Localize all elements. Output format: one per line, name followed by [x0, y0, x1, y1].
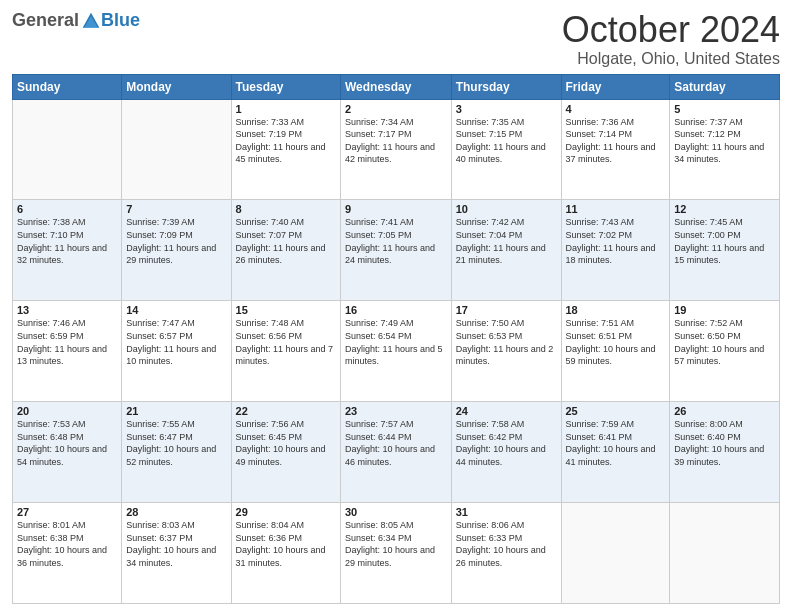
daylight-text: Daylight: 11 hours and 21 minutes.: [456, 243, 546, 266]
daylight-text: Daylight: 10 hours and 26 minutes.: [456, 545, 546, 568]
day-info: Sunrise: 7:35 AMSunset: 7:15 PMDaylight:…: [456, 116, 557, 166]
day-number: 9: [345, 203, 447, 215]
calendar-cell: [122, 99, 231, 200]
sunset-text: Sunset: 7:12 PM: [674, 129, 741, 139]
calendar: SundayMondayTuesdayWednesdayThursdayFrid…: [12, 74, 780, 604]
sunrise-text: Sunrise: 7:34 AM: [345, 117, 414, 127]
day-info: Sunrise: 7:39 AMSunset: 7:09 PMDaylight:…: [126, 216, 226, 266]
day-info: Sunrise: 8:03 AMSunset: 6:37 PMDaylight:…: [126, 519, 226, 569]
sunset-text: Sunset: 7:00 PM: [674, 230, 741, 240]
sunrise-text: Sunrise: 7:41 AM: [345, 217, 414, 227]
day-number: 25: [566, 405, 666, 417]
sunrise-text: Sunrise: 7:52 AM: [674, 318, 743, 328]
calendar-cell: 9Sunrise: 7:41 AMSunset: 7:05 PMDaylight…: [341, 200, 452, 301]
sunrise-text: Sunrise: 7:59 AM: [566, 419, 635, 429]
sunset-text: Sunset: 6:33 PM: [456, 533, 523, 543]
sunrise-text: Sunrise: 7:43 AM: [566, 217, 635, 227]
day-number: 19: [674, 304, 775, 316]
sunrise-text: Sunrise: 7:51 AM: [566, 318, 635, 328]
sunset-text: Sunset: 6:40 PM: [674, 432, 741, 442]
sunset-text: Sunset: 6:41 PM: [566, 432, 633, 442]
sunset-text: Sunset: 6:54 PM: [345, 331, 412, 341]
sunset-text: Sunset: 7:19 PM: [236, 129, 303, 139]
calendar-cell: 13Sunrise: 7:46 AMSunset: 6:59 PMDayligh…: [13, 301, 122, 402]
title-area: October 2024 Holgate, Ohio, United State…: [562, 10, 780, 68]
logo-area: General Blue: [12, 10, 140, 31]
sunset-text: Sunset: 7:07 PM: [236, 230, 303, 240]
sunset-text: Sunset: 6:51 PM: [566, 331, 633, 341]
day-number: 23: [345, 405, 447, 417]
day-info: Sunrise: 7:48 AMSunset: 6:56 PMDaylight:…: [236, 317, 336, 367]
daylight-text: Daylight: 11 hours and 42 minutes.: [345, 142, 435, 165]
sunrise-text: Sunrise: 7:56 AM: [236, 419, 305, 429]
day-number: 21: [126, 405, 226, 417]
daylight-text: Daylight: 10 hours and 57 minutes.: [674, 344, 764, 367]
day-info: Sunrise: 7:37 AMSunset: 7:12 PMDaylight:…: [674, 116, 775, 166]
sunrise-text: Sunrise: 7:58 AM: [456, 419, 525, 429]
day-number: 17: [456, 304, 557, 316]
calendar-header-monday: Monday: [122, 74, 231, 99]
day-info: Sunrise: 7:55 AMSunset: 6:47 PMDaylight:…: [126, 418, 226, 468]
day-number: 3: [456, 103, 557, 115]
daylight-text: Daylight: 10 hours and 59 minutes.: [566, 344, 656, 367]
sunrise-text: Sunrise: 7:57 AM: [345, 419, 414, 429]
daylight-text: Daylight: 10 hours and 49 minutes.: [236, 444, 326, 467]
calendar-cell: 10Sunrise: 7:42 AMSunset: 7:04 PMDayligh…: [451, 200, 561, 301]
day-number: 22: [236, 405, 336, 417]
day-number: 27: [17, 506, 117, 518]
day-info: Sunrise: 8:06 AMSunset: 6:33 PMDaylight:…: [456, 519, 557, 569]
day-number: 10: [456, 203, 557, 215]
daylight-text: Daylight: 11 hours and 5 minutes.: [345, 344, 443, 367]
day-number: 1: [236, 103, 336, 115]
day-number: 20: [17, 405, 117, 417]
calendar-cell: 23Sunrise: 7:57 AMSunset: 6:44 PMDayligh…: [341, 402, 452, 503]
daylight-text: Daylight: 11 hours and 45 minutes.: [236, 142, 326, 165]
sunrise-text: Sunrise: 8:00 AM: [674, 419, 743, 429]
calendar-cell: 16Sunrise: 7:49 AMSunset: 6:54 PMDayligh…: [341, 301, 452, 402]
daylight-text: Daylight: 11 hours and 13 minutes.: [17, 344, 107, 367]
calendar-header-thursday: Thursday: [451, 74, 561, 99]
sunset-text: Sunset: 6:38 PM: [17, 533, 84, 543]
daylight-text: Daylight: 11 hours and 29 minutes.: [126, 243, 216, 266]
daylight-text: Daylight: 11 hours and 40 minutes.: [456, 142, 546, 165]
sunset-text: Sunset: 6:37 PM: [126, 533, 193, 543]
month-title: October 2024: [562, 10, 780, 50]
day-number: 18: [566, 304, 666, 316]
calendar-week-row: 27Sunrise: 8:01 AMSunset: 6:38 PMDayligh…: [13, 503, 780, 604]
calendar-week-row: 20Sunrise: 7:53 AMSunset: 6:48 PMDayligh…: [13, 402, 780, 503]
day-number: 16: [345, 304, 447, 316]
sunset-text: Sunset: 7:10 PM: [17, 230, 84, 240]
calendar-cell: 21Sunrise: 7:55 AMSunset: 6:47 PMDayligh…: [122, 402, 231, 503]
logo: General Blue: [12, 10, 140, 31]
day-number: 24: [456, 405, 557, 417]
day-info: Sunrise: 7:41 AMSunset: 7:05 PMDaylight:…: [345, 216, 447, 266]
sunset-text: Sunset: 6:36 PM: [236, 533, 303, 543]
calendar-cell: 20Sunrise: 7:53 AMSunset: 6:48 PMDayligh…: [13, 402, 122, 503]
day-info: Sunrise: 7:53 AMSunset: 6:48 PMDaylight:…: [17, 418, 117, 468]
day-number: 12: [674, 203, 775, 215]
sunset-text: Sunset: 7:02 PM: [566, 230, 633, 240]
day-number: 29: [236, 506, 336, 518]
day-info: Sunrise: 7:36 AMSunset: 7:14 PMDaylight:…: [566, 116, 666, 166]
day-info: Sunrise: 7:49 AMSunset: 6:54 PMDaylight:…: [345, 317, 447, 367]
logo-general: General: [12, 10, 79, 31]
sunset-text: Sunset: 6:44 PM: [345, 432, 412, 442]
daylight-text: Daylight: 10 hours and 31 minutes.: [236, 545, 326, 568]
calendar-week-row: 6Sunrise: 7:38 AMSunset: 7:10 PMDaylight…: [13, 200, 780, 301]
day-info: Sunrise: 8:01 AMSunset: 6:38 PMDaylight:…: [17, 519, 117, 569]
sunset-text: Sunset: 6:57 PM: [126, 331, 193, 341]
daylight-text: Daylight: 10 hours and 54 minutes.: [17, 444, 107, 467]
calendar-cell: [561, 503, 670, 604]
day-number: 4: [566, 103, 666, 115]
calendar-cell: 22Sunrise: 7:56 AMSunset: 6:45 PMDayligh…: [231, 402, 340, 503]
calendar-week-row: 1Sunrise: 7:33 AMSunset: 7:19 PMDaylight…: [13, 99, 780, 200]
calendar-cell: 8Sunrise: 7:40 AMSunset: 7:07 PMDaylight…: [231, 200, 340, 301]
daylight-text: Daylight: 10 hours and 29 minutes.: [345, 545, 435, 568]
day-number: 11: [566, 203, 666, 215]
daylight-text: Daylight: 11 hours and 2 minutes.: [456, 344, 554, 367]
calendar-cell: 28Sunrise: 8:03 AMSunset: 6:37 PMDayligh…: [122, 503, 231, 604]
day-number: 8: [236, 203, 336, 215]
sunset-text: Sunset: 6:34 PM: [345, 533, 412, 543]
calendar-cell: 25Sunrise: 7:59 AMSunset: 6:41 PMDayligh…: [561, 402, 670, 503]
daylight-text: Daylight: 11 hours and 7 minutes.: [236, 344, 334, 367]
